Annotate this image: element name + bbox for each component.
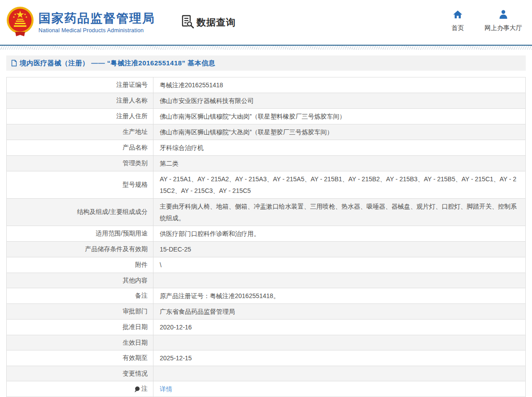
row-value: \ [153, 257, 525, 273]
nav-item-home[interactable]: 首页 [451, 10, 464, 32]
row-label: 附件 [7, 257, 153, 273]
row-label: 注册人住所 [7, 109, 153, 124]
row-value: 粤械注准20162551418 [153, 77, 525, 93]
brand-subtitle: National Medical Products Administration [38, 27, 155, 34]
row-value: 主要由牙科病人椅、地箱、侧箱、冲盂漱口给水装置、三用喷枪、热水器、吸唾器、器械盘… [153, 199, 525, 226]
detail-link[interactable]: 详情 [160, 383, 172, 395]
pin-icon [134, 386, 140, 393]
table-row-valid-until: 有效期至 2025-12-15 [7, 350, 525, 366]
brand-text-block: 国家药品监督管理局 National Medical Products Admi… [38, 11, 155, 34]
table-row-structure-composition: 结构及组成/主要组成成分 主要由牙科病人椅、地箱、侧箱、冲盂漱口给水装置、三用喷… [7, 199, 525, 226]
row-label: 产品名称 [7, 140, 153, 155]
row-value: AY - 215A1、AY - 215A2、AY - 215A3、AY - 21… [153, 171, 525, 198]
row-value [153, 273, 525, 288]
page-doc-icon [11, 60, 17, 67]
row-label: 注册人名称 [7, 93, 153, 108]
registration-info-table: 注册证编号 粤械注准20162551418 注册人名称 佛山市安业医疗器械科技有… [6, 77, 526, 397]
national-emblem-icon [6, 7, 34, 38]
table-row-other-content: 其他内容 [7, 273, 525, 288]
row-value: 2020-12-16 [153, 320, 525, 335]
header-nav: 首页 网上办事大厅 [451, 10, 522, 32]
nav-label-home: 首页 [451, 24, 464, 32]
table-row-change-status: 变更情况 [7, 366, 525, 381]
table-row-storage-validity: 产品储存条件及有效期 15-DEC-25 [7, 242, 525, 257]
row-value: 第二类 [153, 156, 525, 171]
table-row-attachment: 附件 \ [7, 257, 525, 273]
home-icon [453, 10, 463, 21]
row-label: 结构及组成/主要组成成分 [7, 199, 153, 226]
table-row-cert-number: 注册证编号 粤械注准20162551418 [7, 77, 525, 93]
table-row-product-name: 产品名称 牙科综合治疗机 [7, 140, 525, 156]
row-value: 佛山市南海区狮山镇穆院“大凼岗”（联星塑料橡胶厂三号炼胶车间） [153, 109, 525, 124]
row-value: 广东省食品药品监督管理局 [153, 304, 525, 319]
row-value [153, 366, 525, 381]
nmpa-logo[interactable]: 国家药品监督管理局 National Medical Products Admi… [6, 7, 155, 38]
row-value: 佛山市南海区狮山镇穆院“大氹岗”（联星塑胶厂三号炼胶车间） [153, 124, 525, 140]
row-label: 生效日期 [7, 335, 153, 350]
row-label: 适用范围/预期用途 [7, 226, 153, 241]
user-icon [499, 10, 508, 21]
row-label: 产品储存条件及有效期 [7, 242, 153, 257]
brand-title: 国家药品监督管理局 [38, 11, 155, 26]
row-label: 注 [7, 381, 153, 397]
row-label: 变更情况 [7, 366, 153, 381]
row-value: 原产品注册证号：粤械注准20162551418。 [153, 288, 525, 303]
page-titlebar: 境内医疗器械（注册） —— “粤械注准20162551418” 基本信息 [6, 55, 526, 71]
document-search-icon [181, 14, 195, 30]
row-label: 型号规格 [7, 171, 153, 198]
row-label: 生产地址 [7, 124, 153, 140]
main-content: 境内医疗器械（注册） —— “粤械注准20162551418” 基本信息 注册证… [6, 55, 526, 397]
table-row-note: 注 详情 [7, 381, 525, 397]
site-header: 国家药品监督管理局 National Medical Products Admi… [0, 0, 532, 45]
row-label: 其他内容 [7, 273, 153, 288]
data-query-entry[interactable]: 数据查询 [181, 14, 236, 30]
table-row-registrant-address: 注册人住所 佛山市南海区狮山镇穆院“大凼岗”（联星塑料橡胶厂三号炼胶车间） [7, 109, 525, 124]
table-row-intended-use: 适用范围/预期用途 供医疗部门口腔科作诊断和治疗用。 [7, 226, 525, 242]
row-value: 佛山市安业医疗器械科技有限公司 [153, 93, 525, 108]
page-title: 境内医疗器械（注册） —— “粤械注准20162551418” 基本信息 [20, 59, 215, 68]
hatched-band [0, 46, 532, 50]
table-row-effective-date: 生效日期 [7, 335, 525, 350]
row-label: 有效期至 [7, 350, 153, 366]
table-row-management-class: 管理类别 第二类 [7, 156, 525, 171]
nav-item-service-hall[interactable]: 网上办事大厅 [485, 10, 522, 32]
row-label: 批准日期 [7, 320, 153, 335]
table-row-approval-date: 批准日期 2020-12-16 [7, 320, 525, 335]
table-row-remarks: 备注 原产品注册证号：粤械注准20162551418。 [7, 288, 525, 304]
row-label: 管理类别 [7, 156, 153, 171]
row-label: 备注 [7, 288, 153, 303]
table-row-production-address: 生产地址 佛山市南海区狮山镇穆院“大氹岗”（联星塑胶厂三号炼胶车间） [7, 124, 525, 140]
row-value: 供医疗部门口腔科作诊断和治疗用。 [153, 226, 525, 241]
row-value: 15-DEC-25 [153, 242, 525, 257]
row-label: 审批部门 [7, 304, 153, 319]
table-row-registrant-name: 注册人名称 佛山市安业医疗器械科技有限公司 [7, 93, 525, 109]
row-value: 牙科综合治疗机 [153, 140, 525, 155]
row-label: 注册证编号 [7, 77, 153, 93]
data-query-label: 数据查询 [196, 16, 236, 29]
note-label: 注 [141, 385, 148, 393]
table-row-model-spec: 型号规格 AY - 215A1、AY - 215A2、AY - 215A3、AY… [7, 171, 525, 199]
table-row-approval-department: 审批部门 广东省食品药品监督管理局 [7, 304, 525, 320]
row-value [153, 335, 525, 350]
row-value: 2025-12-15 [153, 350, 525, 366]
row-value: 详情 [153, 381, 525, 397]
nav-label-service-hall: 网上办事大厅 [485, 24, 522, 32]
